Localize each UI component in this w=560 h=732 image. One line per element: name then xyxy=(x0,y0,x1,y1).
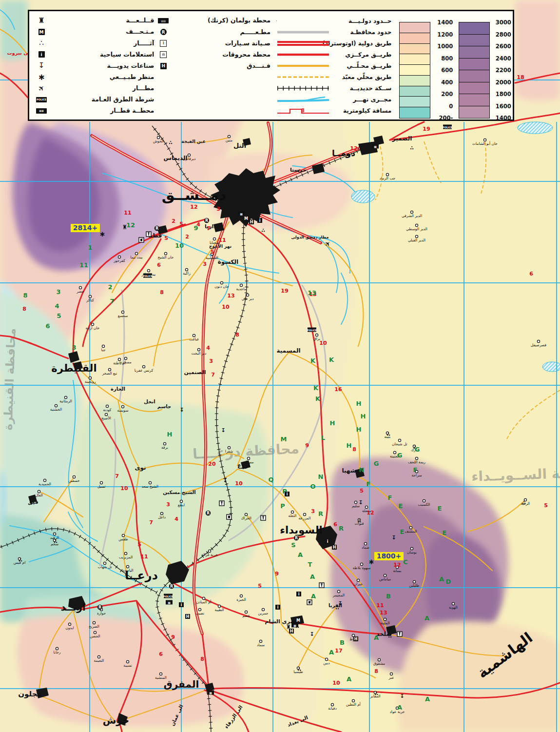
green-index-mark: A xyxy=(329,649,334,656)
legend-line-row: طريق محلّي معبّد xyxy=(272,72,391,83)
village-marker xyxy=(213,237,215,240)
village-label: نصيب xyxy=(195,611,204,615)
town-label: عين الفيجة xyxy=(181,139,206,144)
legend-symbol-row: قــلــعـــة♜ xyxy=(34,15,154,26)
green-index-mark: 6 xyxy=(45,322,50,330)
village-marker xyxy=(364,542,367,545)
village-marker xyxy=(365,506,367,508)
svg-text:↧: ↧ xyxy=(221,427,225,434)
village-label: الهوية xyxy=(449,605,458,610)
svg-text:∴: ∴ xyxy=(297,666,301,673)
svg-text:∴: ∴ xyxy=(374,691,378,697)
distance-number: 8 xyxy=(160,289,164,296)
svg-text:POLICE: POLICE xyxy=(163,595,174,598)
handicraft-icon: ↧ xyxy=(309,631,314,637)
village-marker xyxy=(56,647,58,650)
elevation-badge: +2814 xyxy=(73,224,98,232)
elevation-label: 1800 xyxy=(492,91,511,98)
village-label: سماد xyxy=(257,643,265,647)
distance-number: 7 xyxy=(211,372,215,378)
village-marker xyxy=(126,565,129,568)
village-marker xyxy=(262,608,264,611)
legend-line-sample-paved xyxy=(272,73,330,81)
green-index-mark: 10 xyxy=(175,242,184,249)
village-label: جب الرماد xyxy=(380,176,396,180)
restaurant-icon: R xyxy=(204,218,209,223)
legend-symbol-label: مطـعـــــم xyxy=(174,29,270,36)
green-index-mark: A xyxy=(425,695,430,703)
village-label: خان الشيح xyxy=(158,255,174,259)
distance-number: 9 xyxy=(275,571,279,577)
village-marker xyxy=(180,500,182,502)
village-marker xyxy=(53,533,56,535)
distance-number: 5 xyxy=(544,502,548,509)
village-marker xyxy=(121,311,124,313)
distance-number: 6 xyxy=(159,651,163,657)
legend-line-label: ســكة حديديــة xyxy=(334,85,391,92)
green-index-mark: A xyxy=(298,551,303,558)
village-marker xyxy=(325,658,328,660)
village-label: المتينة xyxy=(380,621,390,625)
legend-line-row: ســكة حديديــة xyxy=(272,83,391,94)
hotel-icon: H xyxy=(156,63,171,69)
village-marker xyxy=(398,439,401,441)
ruins-icon: ∴ xyxy=(295,623,299,630)
svg-text:↧: ↧ xyxy=(223,477,227,484)
village-label: أم التطين xyxy=(346,702,361,707)
elevation-label: 2600 xyxy=(492,43,511,50)
svg-text:i: i xyxy=(277,605,279,610)
restaurant-icon: R xyxy=(169,584,174,589)
village-label: غباغب xyxy=(189,337,199,341)
svg-text:∴: ∴ xyxy=(261,227,265,234)
village-marker xyxy=(163,442,166,445)
village-label: ريمة اللحف xyxy=(408,460,425,464)
village-marker xyxy=(423,499,425,502)
green-index-mark: 12 xyxy=(126,221,135,229)
green-index-mark: 11 xyxy=(79,261,88,269)
village-marker xyxy=(409,526,412,529)
museum-icon: M xyxy=(244,216,249,221)
legend-symbol-row: محطة بولمان (كرنك)▤▤ xyxy=(156,15,270,26)
elevation-band xyxy=(459,70,489,82)
green-index-mark: 3 xyxy=(56,288,60,296)
elevation-label: 3000 xyxy=(492,19,511,26)
village-marker xyxy=(245,513,247,515)
green-index-mark: A xyxy=(374,634,379,641)
hotel-icon: H xyxy=(249,219,254,224)
village-label: دفيانة xyxy=(328,706,337,711)
distance-number: 19 xyxy=(423,126,430,132)
tourist-info-icon: i xyxy=(325,539,330,544)
elevation-scale-high: 300028002600240022002000180016001400 xyxy=(452,15,508,117)
handicraft-icon: ↧ xyxy=(179,407,184,413)
restaurant-icon: R xyxy=(294,535,299,540)
legend-symbol-label: قــلــعـــة xyxy=(52,18,154,24)
elevation-band xyxy=(459,94,489,106)
green-index-mark: 8 xyxy=(23,292,27,299)
town-label: الشيخ مسكين xyxy=(163,490,195,495)
green-index-mark: L xyxy=(321,434,325,441)
village-label: سراحة xyxy=(411,473,422,477)
svg-text:R: R xyxy=(170,584,173,589)
distance-number: 17 xyxy=(335,648,342,654)
green-index-mark: A xyxy=(439,575,444,583)
svg-text:∴: ∴ xyxy=(298,168,302,174)
city-label: دمــشــق xyxy=(162,186,227,203)
village-marker xyxy=(157,136,159,138)
village-marker xyxy=(103,562,106,564)
village-marker xyxy=(331,703,333,706)
distance-number: 12 xyxy=(190,204,197,210)
village-marker xyxy=(393,451,396,454)
restaurant-icon: R xyxy=(206,511,211,515)
elevation-label: 1000 xyxy=(433,43,453,50)
train-station-icon: ▦ xyxy=(207,691,214,695)
legend-symbol-label: محطــة قطــار xyxy=(52,108,154,114)
legend-line-row: طريق دولية (اوتوستراد) xyxy=(272,38,391,49)
svg-text:POLICE: POLICE xyxy=(143,275,153,277)
green-index-mark: O xyxy=(310,483,315,490)
svg-text:R: R xyxy=(207,511,210,515)
distance-number: 11 xyxy=(218,237,226,243)
village-marker xyxy=(483,138,486,141)
village-marker xyxy=(202,597,205,599)
car-service-icon xyxy=(219,501,224,506)
village-marker xyxy=(228,135,230,138)
